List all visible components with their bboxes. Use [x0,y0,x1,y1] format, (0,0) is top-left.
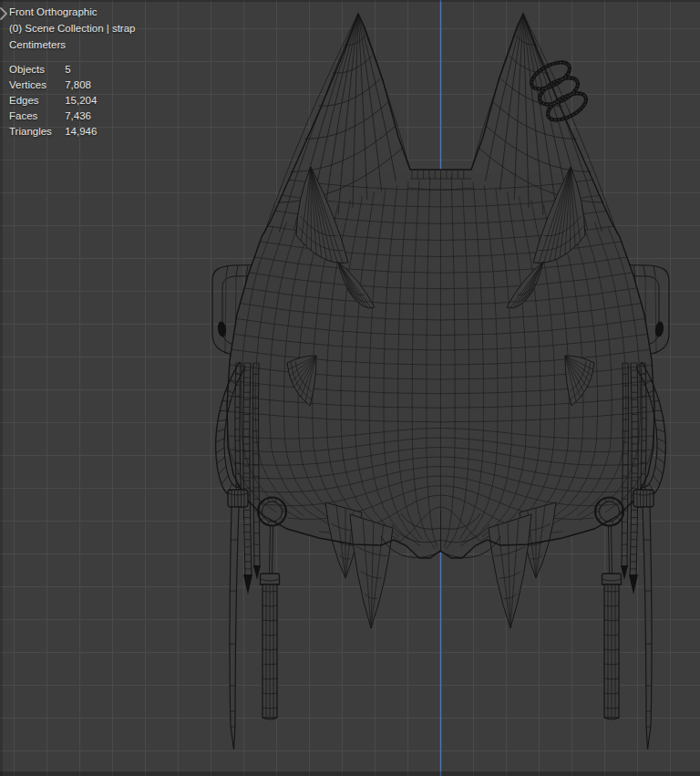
3d-viewport[interactable]: Front Orthographic (0) Scene Collection … [0,0,700,776]
viewport-canvas[interactable] [0,0,700,776]
sidebar-toggle-icon[interactable] [0,5,8,22]
